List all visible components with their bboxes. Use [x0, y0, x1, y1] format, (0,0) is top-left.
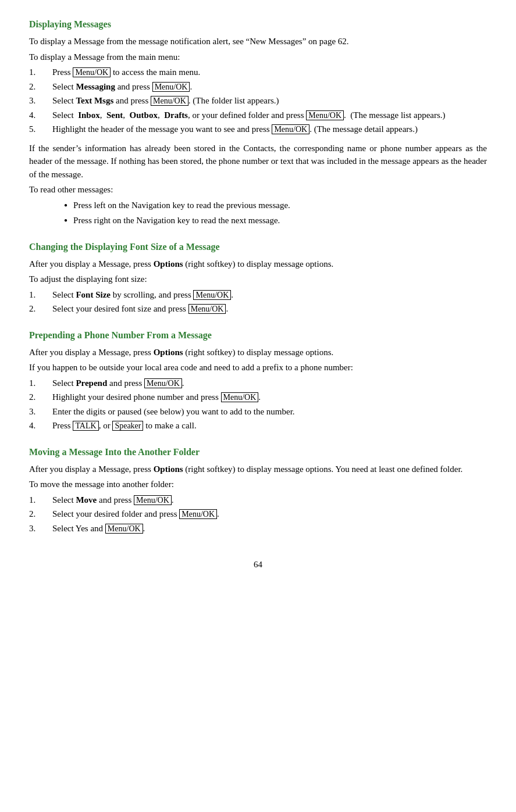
navigation-bullets: ● Press left on the Navigation key to re… — [64, 199, 487, 227]
move-step-3-num: 3. — [29, 522, 52, 535]
move-step-1-num: 1. — [29, 493, 52, 507]
moving-para-2: To move the message into another folder: — [29, 478, 487, 491]
step-3-num: 3. — [29, 94, 52, 108]
move-step-2-num: 2. — [29, 507, 52, 521]
font-size-bold: Font Size — [76, 290, 111, 299]
read-other-para: To read other messages: — [29, 183, 487, 196]
talk-box: TALK — [73, 421, 98, 431]
options-bold-2: Options — [154, 348, 183, 357]
contacts-para: If the sender’s information has already … — [29, 142, 487, 181]
step-4-num: 4. — [29, 109, 52, 122]
step-5: 5. Highlight the header of the message y… — [29, 123, 487, 136]
step-1: 1. Press Menu/OK to access the main menu… — [29, 66, 487, 79]
prepending-para-1: After you display a Message, press Optio… — [29, 346, 487, 359]
prepending-steps: 1. Select Prepend and press Menu/OK. 2. … — [29, 377, 487, 432]
step-1-content: Press Menu/OK to access the main menu. — [52, 66, 487, 79]
page-number: 64 — [254, 560, 262, 569]
step-2: 2. Select Messaging and press Menu/OK. — [29, 80, 487, 94]
inbox-bold: Inbox — [78, 110, 100, 120]
bullet-left-text: Press left on the Navigation key to read… — [73, 199, 290, 212]
moving-para-1: After you display a Message, press Optio… — [29, 463, 487, 476]
font-step-1: 1. Select Font Size by scrolling, and pr… — [29, 288, 487, 302]
sent-bold: Sent — [106, 110, 123, 120]
font-step-1-num: 1. — [29, 288, 52, 302]
prepend-step-1: 1. Select Prepend and press Menu/OK. — [29, 377, 487, 390]
changing-font-size-heading: Changing the Displaying Font Size of a M… — [29, 240, 487, 254]
move-step-2-content: Select your desired folder and press Men… — [52, 507, 487, 521]
prepend-step-1-content: Select Prepend and press Menu/OK. — [52, 377, 487, 390]
prepend-step-1-num: 1. — [29, 377, 52, 390]
menuok-box-f2: Menu/OK — [188, 304, 226, 314]
bullet-dot-2: ● — [64, 216, 67, 224]
step-4: 4. Select Inbox, Sent, Outbox, Drafts, o… — [29, 109, 487, 122]
displaying-messages-section: Displaying Messages To display a Message… — [29, 17, 487, 227]
page-footer: 64 — [29, 558, 487, 571]
options-bold-1: Options — [154, 259, 183, 269]
menuok-box-p2: Menu/OK — [221, 392, 259, 402]
step-5-num: 5. — [29, 123, 52, 136]
font-step-2-num: 2. — [29, 302, 52, 316]
prepend-step-3: 3. Enter the digits or paused (see below… — [29, 405, 487, 418]
bullet-right: ● Press right on the Navigation key to r… — [64, 214, 487, 227]
moving-message-heading: Moving a Message Into the Another Folder — [29, 445, 487, 459]
displaying-para-2: To display a Message from the main menu: — [29, 51, 487, 64]
displaying-para-1: To display a Message from the message no… — [29, 35, 487, 48]
menuok-box-1: Menu/OK — [73, 67, 111, 77]
step-2-num: 2. — [29, 80, 52, 94]
prepend-bold: Prepend — [76, 378, 107, 388]
move-step-2: 2. Select your desired folder and press … — [29, 507, 487, 521]
step-4-content: Select Inbox, Sent, Outbox, Drafts, or y… — [52, 109, 487, 122]
menuok-box-p1: Menu/OK — [144, 378, 182, 388]
menuok-box-3: Menu/OK — [151, 96, 188, 106]
prepend-step-3-num: 3. — [29, 405, 52, 418]
menuok-box-4: Menu/OK — [306, 110, 344, 120]
prepend-step-3-content: Enter the digits or paused (see below) y… — [52, 405, 487, 418]
move-step-1-content: Select Move and press Menu/OK. — [52, 493, 487, 507]
displaying-steps: 1. Press Menu/OK to access the main menu… — [29, 66, 487, 136]
font-step-2: 2. Select your desired font size and pre… — [29, 302, 487, 316]
messaging-bold: Messaging — [76, 82, 115, 91]
move-step-3-content: Select Yes and Menu/OK. — [52, 522, 487, 535]
prepend-step-2-num: 2. — [29, 391, 52, 404]
menuok-box-m3: Menu/OK — [105, 524, 143, 534]
move-step-3: 3. Select Yes and Menu/OK. — [29, 522, 487, 535]
displaying-messages-heading: Displaying Messages — [29, 17, 487, 31]
move-bold: Move — [76, 495, 97, 505]
step-2-content: Select Messaging and press Menu/OK. — [52, 80, 487, 94]
step-3-content: Select Text Msgs and press Menu/OK. (The… — [52, 94, 487, 108]
moving-steps: 1. Select Move and press Menu/OK. 2. Sel… — [29, 493, 487, 535]
bullet-dot-1: ● — [64, 201, 67, 209]
menuok-box-2: Menu/OK — [152, 82, 190, 92]
menuok-box-f1: Menu/OK — [193, 290, 231, 300]
font-step-2-content: Select your desired font size and press … — [52, 302, 487, 316]
bullet-left: ● Press left on the Navigation key to re… — [64, 199, 487, 212]
prepending-section: Prepending a Phone Number From a Message… — [29, 328, 487, 432]
prepend-step-4: 4. Press TALK, or Speaker to make a call… — [29, 419, 487, 432]
moving-message-section: Moving a Message Into the Another Folder… — [29, 445, 487, 535]
textmsgs-bold: Text Msgs — [76, 96, 113, 105]
bullet-right-text: Press right on the Navigation key to rea… — [73, 214, 280, 227]
font-size-para-2: To adjust the displaying font size: — [29, 273, 487, 286]
font-size-steps: 1. Select Font Size by scrolling, and pr… — [29, 288, 487, 316]
menuok-box-m1: Menu/OK — [134, 495, 172, 505]
speaker-box: Speaker — [112, 421, 143, 431]
prepend-step-2: 2. Highlight your desired phone number a… — [29, 391, 487, 404]
prepending-para-2: If you happen to be outside your local a… — [29, 361, 487, 374]
move-step-1: 1. Select Move and press Menu/OK. — [29, 493, 487, 507]
menuok-box-5: Menu/OK — [272, 124, 309, 134]
font-step-1-content: Select Font Size by scrolling, and press… — [52, 288, 487, 302]
step-3: 3. Select Text Msgs and press Menu/OK. (… — [29, 94, 487, 108]
options-bold-3: Options — [154, 464, 183, 474]
drafts-bold: Drafts — [164, 110, 188, 120]
step-1-num: 1. — [29, 66, 52, 79]
outbox-bold: Outbox — [130, 110, 158, 120]
menuok-box-m2: Menu/OK — [179, 509, 217, 519]
prepending-heading: Prepending a Phone Number From a Message — [29, 328, 487, 342]
prepend-step-2-content: Highlight your desired phone number and … — [52, 391, 487, 404]
step-5-content: Highlight the header of the message you … — [52, 123, 487, 136]
prepend-step-4-content: Press TALK, or Speaker to make a call. — [52, 419, 487, 432]
font-size-para-1: After you display a Message, press Optio… — [29, 257, 487, 271]
prepend-step-4-num: 4. — [29, 419, 52, 432]
changing-font-size-section: Changing the Displaying Font Size of a M… — [29, 240, 487, 316]
